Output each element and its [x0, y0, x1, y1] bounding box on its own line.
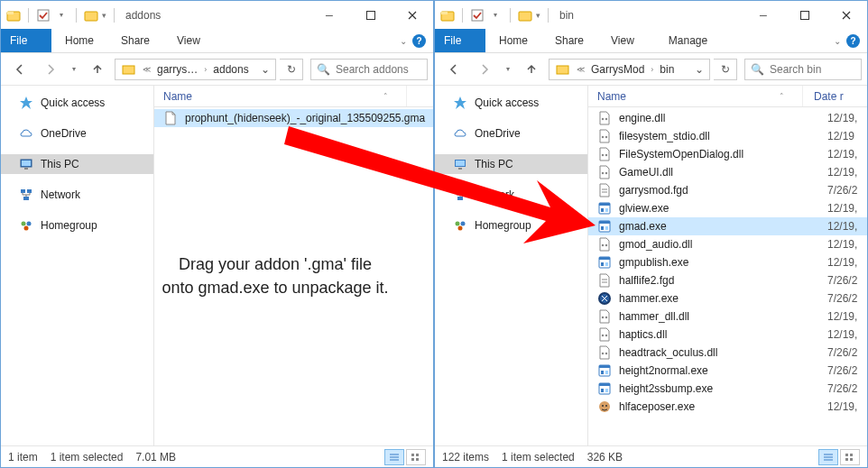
forward-button[interactable] [37, 58, 64, 81]
file-row[interactable]: headtrack_oculus.dll7/26/2 [588, 344, 867, 362]
file-row[interactable]: hammer.exe7/26/2 [588, 289, 867, 307]
ribbon-tab-share[interactable]: Share [107, 29, 163, 52]
search-box[interactable]: 🔍 [744, 59, 862, 80]
svg-point-50 [602, 244, 604, 246]
file-row[interactable]: filesystem_stdio.dll12/19 [588, 127, 867, 145]
search-input[interactable] [336, 63, 421, 76]
ribbon-tab-manage[interactable]: Manage [655, 29, 721, 52]
breadcrumb-root-icon[interactable] [551, 60, 575, 79]
file-tab[interactable]: File [435, 29, 485, 52]
svg-rect-21 [472, 10, 483, 21]
minimize-button[interactable]: ─ [743, 2, 784, 29]
file-row[interactable]: GameUI.dll12/19, [588, 163, 867, 181]
ribbon-tab-view[interactable]: View [597, 29, 648, 52]
file-name: filesystem_stdio.dll [619, 130, 820, 142]
svg-point-36 [602, 136, 604, 138]
maximize-button[interactable] [784, 2, 826, 29]
column-header-name[interactable]: Name˄ [163, 86, 407, 106]
file-row[interactable]: hammer_dll.dll12/19, [588, 307, 867, 326]
file-row[interactable]: hlfaceposer.exe12/19, [588, 398, 867, 416]
sidebar-item-onedrive[interactable]: OneDrive [1, 124, 153, 143]
view-icons-button[interactable] [406, 449, 426, 465]
search-box[interactable]: 🔍 [310, 59, 428, 80]
file-tab[interactable]: File [1, 29, 51, 52]
forward-button[interactable] [471, 58, 498, 81]
recent-locations-icon[interactable]: ▾ [502, 58, 514, 81]
svg-rect-26 [456, 161, 465, 166]
sidebar-item-network[interactable]: Network [1, 185, 153, 205]
breadcrumb-item[interactable]: addons [208, 60, 253, 79]
breadcrumb-sep[interactable]: ≪ [141, 65, 152, 74]
file-row[interactable]: engine.dll12/19, [588, 109, 867, 127]
ribbon-tab-view[interactable]: View [163, 29, 214, 52]
minimize-button[interactable]: ─ [309, 2, 350, 29]
chevron-down-icon[interactable]: ▾ [54, 8, 69, 23]
svg-rect-55 [605, 262, 608, 266]
file-row[interactable]: gmad.exe12/19, [588, 217, 867, 235]
file-list[interactable]: engine.dll12/19,filesystem_stdio.dll12/1… [588, 107, 867, 445]
address-dropdown-icon[interactable]: ⌄ [255, 63, 275, 76]
file-row[interactable]: gmod_audio.dll12/19, [588, 235, 867, 253]
breadcrumb-root-icon[interactable] [117, 60, 141, 79]
address-dropdown-icon[interactable]: ⌄ [689, 63, 709, 76]
ribbon-tab-home[interactable]: Home [51, 29, 107, 52]
file-row[interactable]: FileSystemOpenDialog.dll12/19, [588, 145, 867, 163]
maximize-button[interactable] [350, 2, 392, 29]
refresh-button[interactable]: ↻ [280, 59, 303, 80]
expand-ribbon-icon[interactable]: ⌄ [400, 36, 407, 46]
close-button[interactable] [392, 2, 433, 29]
file-row[interactable]: halflife2.fgd7/26/2 [588, 271, 867, 289]
sidebar-item-this-pc[interactable]: This PC [1, 154, 153, 174]
address-bar[interactable]: ≪ GarrysMod › bin ⌄ [549, 59, 710, 80]
back-button[interactable] [440, 58, 467, 81]
file-row[interactable]: height2ssbump.exe7/26/2 [588, 380, 867, 398]
view-icons-button[interactable] [840, 449, 860, 465]
file-row[interactable]: garrysmod.fgd7/26/2 [588, 181, 867, 199]
breadcrumb-sep[interactable]: ≪ [575, 65, 586, 74]
up-button[interactable] [518, 58, 545, 81]
address-bar[interactable]: ≪ garrys… › addons ⌄ [115, 59, 276, 80]
help-icon[interactable]: ? [412, 34, 426, 48]
monitor-icon [19, 157, 33, 171]
breadcrumb-item[interactable]: GarrysMod [586, 60, 649, 79]
folder-icon[interactable] [6, 8, 21, 23]
folder-icon[interactable] [440, 8, 455, 23]
sidebar-item-homegroup[interactable]: Homegroup [435, 216, 587, 235]
up-button[interactable] [84, 58, 111, 81]
sidebar-item-quick-access[interactable]: Quick access [1, 93, 153, 113]
properties-check-icon[interactable] [470, 8, 485, 23]
search-input[interactable] [770, 63, 855, 76]
back-button[interactable] [6, 58, 33, 81]
file-row[interactable]: glview.exe12/19, [588, 199, 867, 217]
close-button[interactable] [826, 2, 867, 29]
column-header-name[interactable]: Name˄ [597, 86, 803, 106]
sidebar-item-network[interactable]: Network [435, 185, 587, 205]
view-details-button[interactable] [384, 449, 404, 465]
breadcrumb-item[interactable]: bin [655, 60, 679, 79]
file-icon [163, 111, 178, 125]
svg-point-63 [605, 353, 607, 354]
breadcrumb-item[interactable]: garrys… [152, 60, 202, 79]
recent-locations-icon[interactable]: ▾ [68, 58, 80, 81]
file-row[interactable]: gmpublish.exe12/19, [588, 253, 867, 271]
file-row[interactable]: haptics.dll12/19, [588, 326, 867, 344]
explorer-window-right: Application T… ▾ ▾ bin ─ File Home Sh [434, 0, 868, 468]
search-icon: 🔍 [751, 63, 764, 76]
ribbon-tab-share[interactable]: Share [541, 29, 597, 52]
refresh-button[interactable]: ↻ [714, 59, 737, 80]
file-date: 12/19, [827, 166, 862, 179]
column-header-date[interactable]: Date r [807, 86, 862, 106]
sidebar-item-this-pc[interactable]: This PC [435, 154, 587, 174]
sidebar-item-quick-access[interactable]: Quick access [435, 93, 587, 113]
file-row[interactable]: prophunt_(hidenseek)_-_original_13550925… [154, 109, 433, 127]
ribbon-tab-home[interactable]: Home [485, 29, 541, 52]
svg-rect-47 [599, 221, 610, 224]
file-row[interactable]: height2normal.exe7/26/2 [588, 362, 867, 380]
expand-ribbon-icon[interactable]: ⌄ [834, 36, 841, 46]
sidebar-item-onedrive[interactable]: OneDrive [435, 124, 587, 143]
sidebar-item-homegroup[interactable]: Homegroup [1, 216, 153, 235]
view-details-button[interactable] [818, 449, 838, 465]
properties-check-icon[interactable] [36, 8, 51, 23]
help-icon[interactable]: ? [846, 34, 860, 48]
chevron-down-icon[interactable]: ▾ [488, 8, 503, 23]
